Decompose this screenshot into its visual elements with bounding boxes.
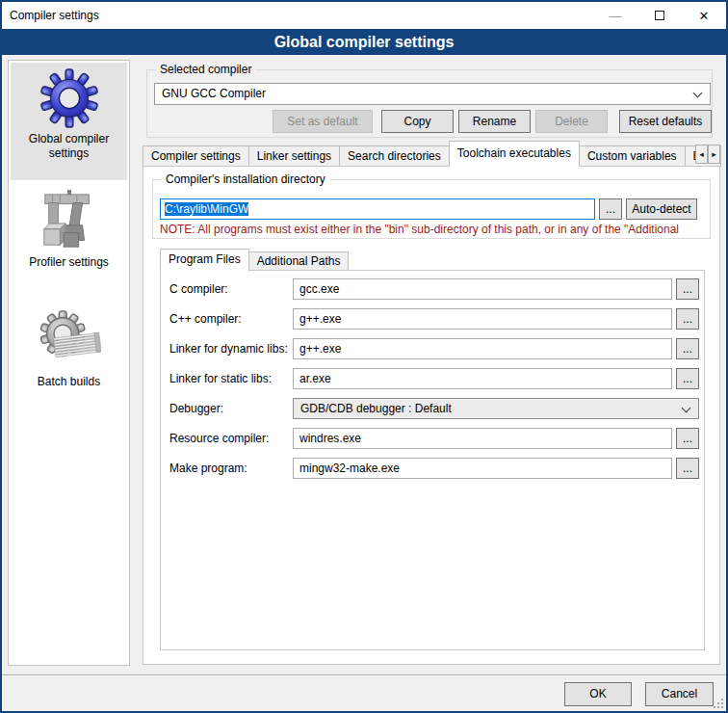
cancel-button[interactable]: Cancel (645, 682, 714, 706)
linker-static-label: Linker for static libs: (169, 368, 291, 389)
install-dir-selected-text: C:\raylib\MinGW (165, 202, 248, 216)
program-files-tabstrip: Program Files Additional Paths (160, 249, 348, 271)
tab-search-directories[interactable]: Search directories (339, 145, 450, 167)
sidebar-item-label: Profiler settings (11, 253, 127, 276)
tab-toolchain-executables[interactable]: Toolchain executables (449, 141, 580, 167)
linker-static-input[interactable] (293, 368, 672, 389)
window-controls: — ✕ (593, 2, 726, 29)
bin-subdirectory-note: NOTE: All programs must exist either in … (160, 223, 709, 238)
tab-custom-variables[interactable]: Custom variables (579, 145, 686, 167)
title-bar[interactable]: Compiler settings — ✕ (2, 2, 726, 29)
gray-gear-stack-icon (38, 309, 101, 371)
maximize-icon (655, 11, 664, 20)
autodetect-button[interactable]: Auto-detect (626, 198, 697, 220)
sidebar-item-label: Global compiler settings (11, 130, 127, 167)
blue-gear-icon (39, 68, 99, 128)
debugger-label: Debugger: (169, 398, 291, 419)
chevron-down-icon (682, 404, 691, 413)
make-program-input[interactable] (293, 458, 672, 479)
resize-grip-dots (714, 699, 715, 700)
debugger-combobox[interactable]: GDB/CDB debugger : Default (293, 398, 699, 419)
resize-grip[interactable] (714, 699, 723, 708)
minimize-icon: — (610, 9, 622, 23)
resource-compiler-input[interactable] (293, 428, 672, 449)
make-program-label: Make program: (169, 458, 291, 479)
dialog-header: Global compiler settings (2, 29, 726, 55)
tab-compiler-settings[interactable]: Compiler settings (143, 145, 249, 167)
linker-dynamic-input[interactable] (293, 338, 672, 359)
close-button[interactable]: ✕ (682, 2, 726, 29)
cpp-compiler-label: C++ compiler: (169, 308, 291, 330)
resource-compiler-browse-button[interactable]: ... (676, 428, 699, 449)
set-as-default-button[interactable]: Set as default (273, 110, 373, 133)
close-icon: ✕ (699, 9, 710, 23)
linker-dynamic-browse-button[interactable]: ... (676, 338, 699, 359)
page-title: Global compiler settings (2, 29, 726, 55)
sidebar-item-batch-builds[interactable]: Batch builds (11, 304, 127, 408)
arrow-left-icon: ◂ (699, 149, 704, 159)
ok-button[interactable]: OK (564, 682, 632, 706)
reset-defaults-button[interactable]: Reset defaults (619, 110, 712, 133)
selected-compiler-value: GNU GCC Compiler (162, 84, 266, 104)
delete-button[interactable]: Delete (535, 110, 608, 133)
cpp-compiler-input[interactable] (293, 308, 672, 330)
selected-compiler-legend: Selected compiler (156, 63, 255, 77)
sidebar-item-global-compiler-settings[interactable]: Global compiler settings (11, 63, 127, 180)
sidebar-item-label: Batch builds (11, 373, 127, 395)
sidebar-item-profiler-settings[interactable]: Profiler settings (11, 184, 127, 282)
cpp-compiler-browse-button[interactable]: ... (676, 308, 699, 330)
tab-scroll-left-button[interactable]: ◂ (695, 145, 708, 164)
copy-button[interactable]: Copy (381, 110, 454, 133)
rename-button[interactable]: Rename (458, 110, 531, 133)
selected-compiler-combobox[interactable]: GNU GCC Compiler (154, 83, 711, 105)
resource-compiler-label: Resource compiler: (169, 428, 291, 449)
c-compiler-browse-button[interactable]: ... (676, 278, 699, 300)
subtab-additional-paths[interactable]: Additional Paths (248, 251, 350, 271)
minimize-button[interactable]: — (593, 2, 637, 29)
footer-divider (0, 674, 728, 676)
install-dir-input[interactable]: C:\raylib\MinGW (160, 198, 595, 220)
settings-sidebar: Global compiler settings Profiler settin… (8, 60, 130, 666)
chevron-down-icon (693, 89, 703, 98)
compiler-tabstrip: Compiler settings Linker settings Search… (143, 141, 720, 167)
linker-dynamic-label: Linker for dynamic libs: (169, 338, 291, 359)
window-title: Compiler settings (10, 2, 99, 29)
tab-linker-settings[interactable]: Linker settings (248, 145, 340, 167)
maximize-button[interactable] (637, 2, 682, 29)
caliper-icon (39, 190, 99, 251)
tab-scroll-right-button[interactable]: ▸ (708, 145, 720, 164)
c-compiler-input[interactable] (293, 278, 672, 300)
install-dir-browse-button[interactable]: ... (599, 198, 622, 220)
linker-static-browse-button[interactable]: ... (676, 368, 699, 389)
arrow-right-icon: ▸ (712, 149, 716, 159)
make-program-browse-button[interactable]: ... (676, 458, 699, 479)
c-compiler-label: C compiler: (169, 278, 291, 300)
subtab-program-files[interactable]: Program Files (160, 249, 249, 271)
install-dir-legend: Compiler's installation directory (162, 172, 329, 187)
debugger-value: GDB/CDB debugger : Default (300, 399, 452, 418)
compiler-settings-dialog: Compiler settings — ✕ Global compiler se… (0, 0, 728, 713)
